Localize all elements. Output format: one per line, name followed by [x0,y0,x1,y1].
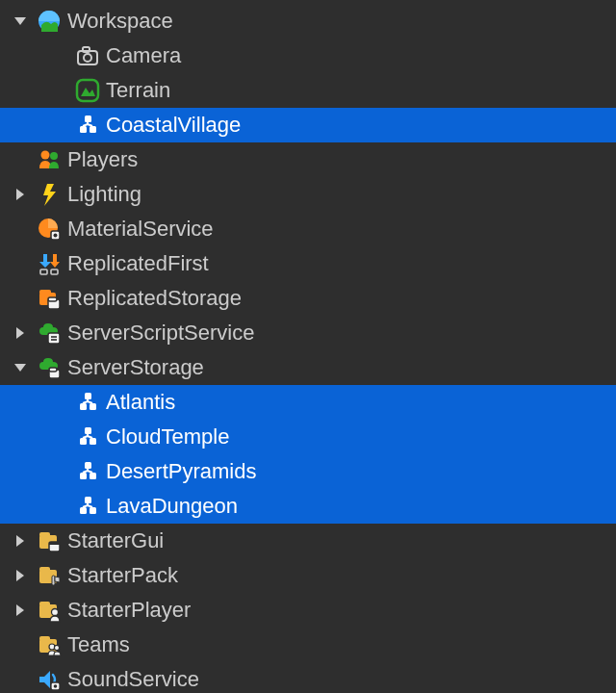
expand-arrow-right-icon[interactable] [8,533,33,549]
tree-item-label: Atlantis [104,390,175,415]
tree-row-materialservice[interactable]: MaterialService [0,212,616,246]
tree-row-terrain[interactable]: Terrain [0,73,616,108]
tree-row-coastalvillage[interactable]: CoastalVillage [0,108,616,142]
tree-row-starterplayer[interactable]: StarterPlayer [0,593,616,628]
expand-arrow-right-icon[interactable] [8,187,33,202]
tree-item-label: CloudTemple [104,424,229,449]
tree-row-serverscript[interactable]: ServerScriptService [0,316,616,350]
tree-row-players[interactable]: Players [0,142,616,177]
workspace-icon [33,9,65,34]
tree-row-desertpyramids[interactable]: DesertPyramids [0,454,616,489]
tree-row-startergui[interactable]: StarterGui [0,524,616,558]
tree-row-starterpack[interactable]: StarterPack [0,558,616,593]
tree-row-camera[interactable]: Camera [0,38,616,73]
tree-item-label: CoastalVillage [104,113,241,138]
tree-row-replicatedfirst[interactable]: ReplicatedFirst [0,246,616,281]
expand-arrow-right-icon[interactable] [8,603,33,618]
tree-item-label: ServerStorage [65,355,204,380]
camera-icon [71,43,104,68]
tree-row-replicatedstorage[interactable]: ReplicatedStorage [0,281,616,316]
tree-item-label: Terrain [104,78,170,103]
tree-item-label: SoundService [65,667,199,692]
teams-icon [33,632,65,657]
tree-row-lighting[interactable]: Lighting [0,177,616,212]
tree-item-label: Camera [104,43,181,68]
tree-row-serverstorage[interactable]: ServerStorage [0,350,616,385]
tree-row-cloudtemple[interactable]: CloudTemple [0,420,616,454]
tree-item-label: DesertPyramids [104,459,256,484]
tree-item-label: StarterPack [65,563,178,588]
tree-item-label: LavaDungeon [104,494,238,519]
model-icon [71,424,104,449]
material-icon [33,217,65,242]
expand-arrow-down-icon[interactable] [8,13,33,29]
players-icon [33,147,65,172]
sound-icon [33,667,65,692]
explorer-tree[interactable]: WorkspaceCameraTerrainCoastalVillagePlay… [0,0,616,693]
replicatedstorage-icon [33,286,65,311]
starterpack-icon [33,563,65,588]
tree-item-label: Players [65,147,138,172]
tree-item-label: ServerScriptService [65,321,254,346]
model-icon [71,390,104,415]
replicatedfirst-icon [33,251,65,276]
tree-row-lavadungeon[interactable]: LavaDungeon [0,489,616,524]
expand-arrow-right-icon[interactable] [8,325,33,341]
terrain-icon [71,78,104,103]
tree-row-atlantis[interactable]: Atlantis [0,385,616,420]
expand-arrow-right-icon[interactable] [8,568,33,583]
tree-item-label: StarterPlayer [65,598,191,623]
tree-row-teams[interactable]: Teams [0,628,616,662]
expand-arrow-down-icon[interactable] [8,360,33,375]
tree-item-label: Workspace [65,9,173,34]
tree-item-label: MaterialService [65,217,214,242]
tree-item-label: Teams [65,632,130,657]
tree-item-label: Lighting [65,182,141,207]
tree-row-workspace[interactable]: Workspace [0,4,616,38]
tree-item-label: StarterGui [65,528,164,553]
tree-item-label: ReplicatedFirst [65,251,209,276]
tree-item-label: ReplicatedStorage [65,286,242,311]
serverstorage-icon [33,355,65,380]
serverscript-icon [33,321,65,346]
lighting-icon [33,182,65,207]
model-icon [71,494,104,519]
model-icon [71,459,104,484]
starterplayer-icon [33,598,65,623]
model-icon [71,113,104,138]
tree-row-soundservice[interactable]: SoundService [0,662,616,693]
startergui-icon [33,528,65,553]
